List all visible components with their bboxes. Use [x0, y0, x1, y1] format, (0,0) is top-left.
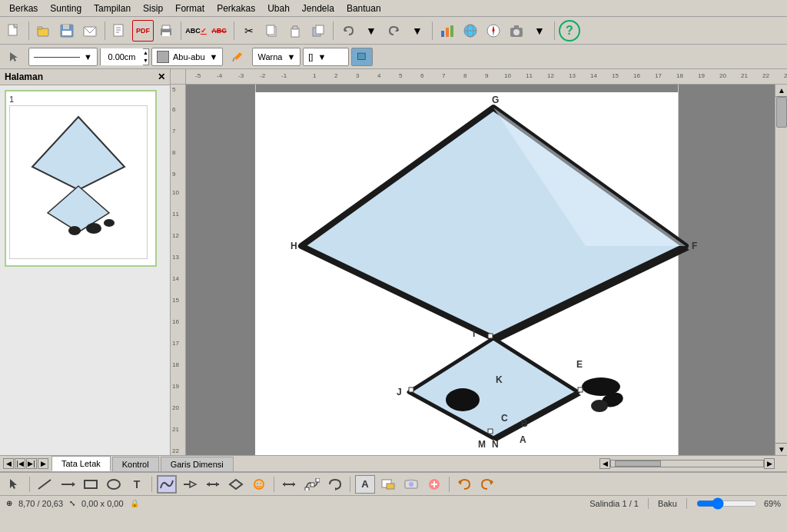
- label-c: C: [501, 413, 508, 424]
- resize-tool[interactable]: [279, 475, 299, 494]
- menu-perkakas[interactable]: Perkakas: [211, 2, 261, 15]
- pointer-tool[interactable]: [3, 48, 26, 66]
- text2-tool[interactable]: A: [355, 475, 375, 494]
- menu-bantuan[interactable]: Bantuan: [340, 2, 387, 15]
- width-up[interactable]: ▲: [143, 49, 148, 57]
- camera-button[interactable]: [506, 20, 527, 42]
- paste-button[interactable]: [284, 20, 306, 42]
- globe-button[interactable]: [460, 20, 481, 42]
- label-n: N: [492, 439, 499, 450]
- rotate-tool[interactable]: [325, 475, 345, 494]
- scroll-track[interactable]: [775, 97, 787, 443]
- tab-nav-first[interactable]: |◀: [15, 458, 25, 469]
- text-tool[interactable]: T: [127, 475, 147, 494]
- rect-tool[interactable]: [81, 475, 101, 494]
- page-number: 1: [9, 95, 14, 104]
- sidebar-close-button[interactable]: ✕: [158, 71, 165, 82]
- smiley-tool[interactable]: [249, 475, 269, 494]
- scroll-up-button[interactable]: ▲: [775, 85, 787, 97]
- camera-dropdown[interactable]: ▼: [529, 20, 550, 42]
- page-thumbnail[interactable]: 1: [5, 90, 157, 267]
- svg-marker-53: [72, 482, 75, 487]
- hscroll-left[interactable]: ◀: [599, 458, 610, 469]
- svg-point-42: [68, 226, 81, 235]
- menu-sisip[interactable]: Sisip: [137, 2, 169, 15]
- menu-jendela[interactable]: Jendela: [296, 2, 340, 15]
- redo2-button[interactable]: [477, 475, 497, 494]
- tab-kontrol[interactable]: Kontrol: [112, 457, 159, 471]
- compass-button[interactable]: [483, 20, 504, 42]
- svg-rect-67: [305, 487, 309, 490]
- menu-sunting[interactable]: Sunting: [44, 2, 88, 15]
- tab-nav-last[interactable]: ▶|: [26, 458, 37, 469]
- lock-icon: 🔒: [130, 499, 139, 507]
- menu-format[interactable]: Format: [169, 2, 211, 15]
- new-button[interactable]: [3, 20, 25, 42]
- ellipse-tool[interactable]: [104, 475, 124, 494]
- eyedropper-button[interactable]: [225, 48, 250, 66]
- open-button[interactable]: [33, 20, 55, 42]
- hscroll-thumb[interactable]: [615, 461, 661, 467]
- svg-rect-14: [162, 25, 170, 29]
- vertical-scrollbar[interactable]: ▲ ▼: [775, 85, 787, 455]
- label-a: A: [520, 434, 526, 445]
- drawing-canvas[interactable]: G F H I J E D: [186, 85, 787, 455]
- connector-tool[interactable]: [180, 475, 200, 494]
- pdf-button[interactable]: PDF: [132, 20, 154, 42]
- line-style-selector[interactable]: —————— ▼: [28, 48, 98, 66]
- shadow-button[interactable]: [351, 48, 373, 66]
- paint-tool[interactable]: [378, 475, 398, 494]
- diamond-tool[interactable]: [226, 475, 246, 494]
- spellcheck-button[interactable]: ABC✓: [185, 20, 207, 42]
- tab-garis-dimensi[interactable]: Garis Dimensi: [161, 457, 234, 471]
- cut-button[interactable]: ✂: [238, 20, 260, 42]
- formula-tool[interactable]: [424, 475, 444, 494]
- chart-button[interactable]: [437, 20, 458, 42]
- print-button[interactable]: [155, 20, 177, 42]
- autocorrect-button[interactable]: ABC: [208, 20, 230, 42]
- svg-rect-54: [85, 480, 97, 488]
- menu-ubah[interactable]: Ubah: [261, 2, 296, 15]
- scroll-thumb[interactable]: [776, 97, 787, 128]
- width-down[interactable]: ▼: [143, 57, 148, 65]
- edit-button[interactable]: [109, 20, 131, 42]
- horizontal-ruler: // Will be rendered via JS below -5 -4 -…: [186, 69, 787, 85]
- label-h: H: [291, 241, 297, 251]
- svg-rect-6: [62, 31, 71, 35]
- tab-nav-next[interactable]: ▶: [38, 458, 48, 469]
- line-color-selector[interactable]: Abu-abu ▼: [151, 48, 223, 66]
- svg-point-33: [513, 29, 520, 35]
- arrow2-tool[interactable]: [203, 475, 223, 494]
- tab-nav-prev[interactable]: ◀: [3, 458, 14, 469]
- clone-button[interactable]: [307, 20, 329, 42]
- save-button[interactable]: [56, 20, 78, 42]
- preview-svg: [17, 109, 140, 255]
- zoom-slider[interactable]: [696, 498, 758, 509]
- undo-button[interactable]: [337, 20, 359, 42]
- redo-dropdown[interactable]: ▼: [407, 20, 428, 42]
- handle-top-small: [488, 334, 493, 338]
- photo-tool[interactable]: [401, 475, 421, 494]
- help-button[interactable]: ?: [559, 20, 580, 42]
- svg-marker-38: [32, 117, 125, 190]
- area-selector[interactable]: [] ▼: [303, 48, 349, 66]
- copy-button[interactable]: [261, 20, 283, 42]
- email-button[interactable]: [79, 20, 101, 42]
- select-tool[interactable]: [5, 475, 25, 494]
- scroll-down-button[interactable]: ▼: [775, 443, 787, 455]
- arrow-tool[interactable]: [58, 475, 78, 494]
- undo-dropdown[interactable]: ▼: [360, 20, 382, 42]
- hscroll-track[interactable]: [610, 460, 764, 467]
- menu-berkas[interactable]: Berkas: [3, 2, 44, 15]
- curve-tool[interactable]: [157, 475, 177, 494]
- hscroll-right[interactable]: ▶: [764, 458, 775, 469]
- line-tool[interactable]: [35, 475, 55, 494]
- line-width-input[interactable]: [101, 48, 143, 65]
- tab-tata-letak[interactable]: Tata Letak: [51, 456, 111, 471]
- svg-marker-50: [10, 479, 17, 489]
- undo2-button[interactable]: [454, 475, 474, 494]
- redo-button[interactable]: [384, 20, 405, 42]
- menu-tampilan[interactable]: Tampilan: [88, 2, 137, 15]
- fill-color-selector[interactable]: Warna ▼: [252, 48, 301, 66]
- node-tool[interactable]: [302, 475, 322, 494]
